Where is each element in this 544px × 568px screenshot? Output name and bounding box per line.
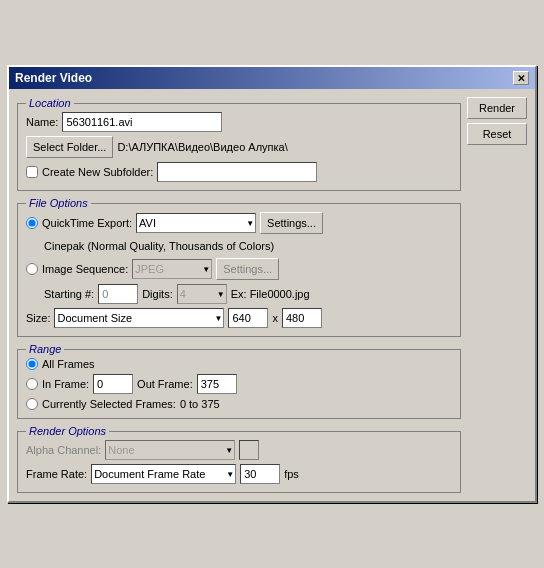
size-select[interactable]: Document Size xyxy=(54,308,224,328)
selected-frames-label: Currently Selected Frames: xyxy=(42,398,176,410)
quicktime-label: QuickTime Export: xyxy=(42,217,132,229)
image-seq-radio[interactable] xyxy=(26,263,38,275)
img-settings-button[interactable]: Settings... xyxy=(216,258,279,280)
alpha-select-wrapper: None ▼ xyxy=(105,440,235,460)
qt-settings-button[interactable]: Settings... xyxy=(260,212,323,234)
reset-button[interactable]: Reset xyxy=(467,123,527,145)
frame-rate-label: Frame Rate: xyxy=(26,468,87,480)
render-options-label: Render Options xyxy=(26,425,109,437)
all-frames-label: All Frames xyxy=(42,358,95,370)
location-group: Location Name: Select Folder... D:\АЛУПК… xyxy=(17,103,461,191)
avi-select[interactable]: AVI xyxy=(136,213,256,233)
frame-rate-select-wrapper: Document Frame Rate ▼ xyxy=(91,464,236,484)
render-options-group: Render Options Alpha Channel: None ▼ xyxy=(17,431,461,493)
quicktime-radio[interactable] xyxy=(26,217,38,229)
file-options-group: File Options QuickTime Export: AVI ▼ Set… xyxy=(17,203,461,337)
digits-select-wrapper: 4 ▼ xyxy=(177,284,227,304)
selected-frames-value: 0 to 375 xyxy=(180,398,220,410)
all-frames-radio[interactable] xyxy=(26,358,38,370)
folder-path: D:\АЛУПКА\Видео\Видео Алупка\ xyxy=(117,141,287,153)
cinepak-text: Cinepak (Normal Quality, Thousands of Co… xyxy=(44,238,274,254)
window-title: Render Video xyxy=(15,71,92,85)
alpha-color-box xyxy=(239,440,259,460)
avi-select-wrapper: AVI ▼ xyxy=(136,213,256,233)
out-frame-input[interactable] xyxy=(197,374,237,394)
in-frame-label: In Frame: xyxy=(42,378,89,390)
main-panel: Location Name: Select Folder... D:\АЛУПК… xyxy=(17,97,461,493)
jpeg-select[interactable]: JPEG xyxy=(132,259,212,279)
starting-input[interactable] xyxy=(98,284,138,304)
alpha-select[interactable]: None xyxy=(105,440,235,460)
width-input[interactable] xyxy=(228,308,268,328)
name-label: Name: xyxy=(26,116,58,128)
size-select-wrapper: Document Size ▼ xyxy=(54,308,224,328)
render-button[interactable]: Render xyxy=(467,97,527,119)
out-frame-label: Out Frame: xyxy=(137,378,193,390)
close-icon: ✕ xyxy=(517,73,525,84)
name-input[interactable] xyxy=(62,112,222,132)
create-subfolder-checkbox[interactable] xyxy=(26,166,38,178)
size-label: Size: xyxy=(26,312,50,324)
starting-label: Starting #: xyxy=(44,288,94,300)
x-label: x xyxy=(272,312,278,324)
image-seq-label: Image Sequence: xyxy=(42,263,128,275)
digits-label: Digits: xyxy=(142,288,173,300)
height-input[interactable] xyxy=(282,308,322,328)
title-bar: Render Video ✕ xyxy=(9,67,535,89)
file-options-label: File Options xyxy=(26,197,91,209)
frame-rate-select[interactable]: Document Frame Rate xyxy=(91,464,236,484)
render-video-window: Render Video ✕ Location Name: Select Fol… xyxy=(7,65,537,503)
location-label: Location xyxy=(26,97,74,109)
subfolder-input[interactable] xyxy=(157,162,317,182)
in-frame-input[interactable] xyxy=(93,374,133,394)
close-button[interactable]: ✕ xyxy=(513,71,529,85)
range-label: Range xyxy=(26,343,64,355)
fps-input[interactable] xyxy=(240,464,280,484)
fps-label: fps xyxy=(284,468,299,480)
jpeg-select-wrapper: JPEG ▼ xyxy=(132,259,212,279)
digits-select[interactable]: 4 xyxy=(177,284,227,304)
range-group: Range All Frames In Frame: Out Frame: xyxy=(17,349,461,419)
create-subfolder-label: Create New Subfolder: xyxy=(42,166,153,178)
in-frame-radio[interactable] xyxy=(26,378,38,390)
select-folder-button[interactable]: Select Folder... xyxy=(26,136,113,158)
selected-frames-radio[interactable] xyxy=(26,398,38,410)
alpha-label: Alpha Channel: xyxy=(26,444,101,456)
ex-text: Ex: File0000.jpg xyxy=(231,288,310,300)
side-buttons: Render Reset xyxy=(467,97,527,493)
